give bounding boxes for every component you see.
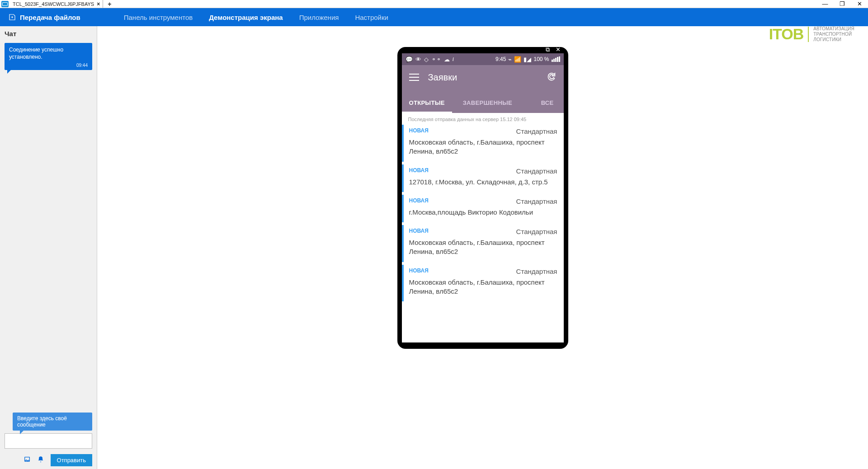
logo: ITOB АВТОМАТИЗАЦИЯ ТРАНСПОРТНОЙ ЛОГИСТИК… bbox=[769, 25, 854, 43]
window-titlebar: TCL_5023F_4SWCWCLJ6PJFBAYS × + — ❐ ✕ bbox=[0, 0, 868, 8]
sync-icon: ⚬⚬ bbox=[431, 56, 441, 63]
file-transfer-label: Передача файлов bbox=[20, 14, 80, 21]
top-tab-screen-demo[interactable]: Демонстрация экрана bbox=[201, 8, 291, 26]
app-tabs: ОТКРЫТЫЕ ЗАВЕРШЕННЫЕ ВСЕ bbox=[402, 95, 564, 113]
window-controls: — ❐ ✕ bbox=[816, 0, 868, 8]
chat-send-button[interactable]: Отправить bbox=[51, 454, 92, 466]
top-toolbar: Передача файлов Панель инструментов Демо… bbox=[0, 8, 868, 26]
cloud-icon: ☁ bbox=[444, 56, 450, 63]
chat-attach-icon[interactable] bbox=[24, 456, 31, 465]
top-tab-tools[interactable]: Панель инструментов bbox=[116, 8, 201, 26]
card-status: НОВАЯ bbox=[409, 267, 429, 274]
tab-close-icon[interactable]: × bbox=[97, 1, 100, 7]
card-status: НОВАЯ bbox=[409, 167, 429, 174]
order-card[interactable]: НОВАЯСтандартная 127018, г.Москва, ул. С… bbox=[402, 164, 564, 192]
card-type: Стандартная bbox=[516, 228, 557, 235]
order-card[interactable]: НОВАЯСтандартная Московская область, г.Б… bbox=[402, 265, 564, 302]
chat-input-tooltip: Введите здесь своё сообщение bbox=[13, 413, 92, 431]
sms-icon: 💬 bbox=[406, 56, 413, 63]
file-transfer-button[interactable]: Передача файлов bbox=[0, 8, 89, 26]
signal2-icon: ▮◢ bbox=[524, 56, 531, 63]
order-list[interactable]: Последняя отправка данных на сервер 15.1… bbox=[402, 113, 564, 342]
top-tab-apps[interactable]: Приложения bbox=[291, 8, 347, 26]
logo-subtitle: АВТОМАТИЗАЦИЯ ТРАНСПОРТНОЙ ЛОГИСТИКИ bbox=[813, 26, 854, 42]
status-bar: 💬 👁 ◇ ⚬⚬ ☁ i 9:45 ⌁ 📶 ▮◢ 100 % bbox=[402, 53, 564, 65]
window-minimize-button[interactable]: — bbox=[816, 0, 834, 8]
order-card[interactable]: НОВАЯСтандартная г.Москва,площадь Виктор… bbox=[402, 195, 564, 222]
teamviewer-icon bbox=[1, 1, 9, 7]
logo-brand: ITOB bbox=[769, 25, 804, 43]
browser-tab[interactable]: TCL_5023F_4SWCWCLJ6PJFBAYS × bbox=[10, 0, 103, 8]
tab-strip: TCL_5023F_4SWCWCLJ6PJFBAYS × + bbox=[10, 0, 116, 8]
phone-close-icon[interactable]: ✕ bbox=[556, 46, 563, 52]
tv-status-icon: ◇ bbox=[424, 56, 429, 63]
phone-popout-icon[interactable]: ⧉ bbox=[546, 46, 553, 52]
chat-input[interactable] bbox=[5, 433, 92, 449]
app-tab-open[interactable]: ОТКРЫТЫЕ bbox=[402, 95, 452, 113]
chat-header: Чат bbox=[0, 26, 97, 41]
chat-message: Соединение успешно установлено. 09:44 bbox=[5, 43, 92, 70]
card-status: НОВАЯ bbox=[409, 127, 429, 134]
status-time: 9:45 bbox=[495, 56, 506, 62]
window-close-button[interactable]: ✕ bbox=[851, 0, 868, 8]
card-address: 127018, г.Москва, ул. Складочная, д.3, с… bbox=[409, 178, 557, 187]
chat-message-time: 09:44 bbox=[9, 62, 88, 68]
chat-sidebar: Чат Соединение успешно установлено. 09:4… bbox=[0, 26, 97, 469]
phone-screen: 💬 👁 ◇ ⚬⚬ ☁ i 9:45 ⌁ 📶 ▮◢ 100 % bbox=[402, 53, 564, 342]
top-tabs: Панель инструментов Демонстрация экрана … bbox=[116, 8, 396, 26]
battery-bars-icon bbox=[552, 56, 560, 62]
eye-icon: 👁 bbox=[415, 56, 421, 63]
card-address: Московская область, г.Балашиха, проспект… bbox=[409, 138, 557, 156]
app-bar: Заявки ОТКРЫТЫЕ ЗАВЕРШЕННЫЕ ВСЕ bbox=[402, 65, 564, 113]
card-type: Стандартная bbox=[516, 127, 557, 135]
window-maximize-button[interactable]: ❐ bbox=[834, 0, 851, 8]
app-tab-done[interactable]: ЗАВЕРШЕННЫЕ bbox=[452, 95, 519, 113]
viewport: ITOB АВТОМАТИЗАЦИЯ ТРАНСПОРТНОЙ ЛОГИСТИК… bbox=[97, 26, 868, 469]
card-status: НОВАЯ bbox=[409, 228, 429, 234]
refresh-icon[interactable] bbox=[547, 71, 557, 83]
card-type: Стандартная bbox=[516, 267, 557, 275]
status-battery-pct: 100 % bbox=[533, 56, 549, 62]
sync-line: Последняя отправка данных на сервер 15.1… bbox=[402, 113, 564, 125]
phone-frame: ⧉ ✕ 💬 👁 ◇ ⚬⚬ ☁ i 9:45 ⌁ 📶 ▮◢ bbox=[397, 47, 568, 349]
card-address: Московская область, г.Балашиха, проспект… bbox=[409, 278, 557, 296]
order-card[interactable]: НОВАЯСтандартная Московская область, г.Б… bbox=[402, 225, 564, 262]
chat-message-text: Соединение успешно установлено. bbox=[9, 47, 88, 61]
tab-title: TCL_5023F_4SWCWCLJ6PJFBAYS bbox=[13, 1, 94, 7]
file-transfer-icon bbox=[8, 13, 16, 21]
chat-messages: Соединение успешно установлено. 09:44 bbox=[0, 41, 97, 413]
cast-icon: ⌁ bbox=[508, 56, 512, 63]
chat-notify-icon[interactable] bbox=[37, 456, 44, 465]
card-status: НОВАЯ bbox=[409, 197, 429, 204]
signal1-icon: 📶 bbox=[514, 56, 521, 63]
hamburger-icon[interactable] bbox=[409, 74, 419, 81]
card-type: Стандартная bbox=[516, 167, 557, 175]
info-icon: i bbox=[453, 56, 454, 63]
card-address: Московская область, г.Балашиха, проспект… bbox=[409, 238, 557, 257]
top-tab-settings[interactable]: Настройки bbox=[347, 8, 396, 26]
card-address: г.Москва,площадь Викторио Кодовильи bbox=[409, 208, 557, 217]
app-tab-all[interactable]: ВСЕ bbox=[534, 95, 564, 113]
logo-divider bbox=[808, 27, 809, 42]
app-title: Заявки bbox=[428, 72, 458, 83]
new-tab-button[interactable]: + bbox=[103, 0, 116, 8]
order-card[interactable]: НОВАЯСтандартная Московская область, г.Б… bbox=[402, 125, 564, 162]
card-type: Стандартная bbox=[516, 197, 557, 205]
